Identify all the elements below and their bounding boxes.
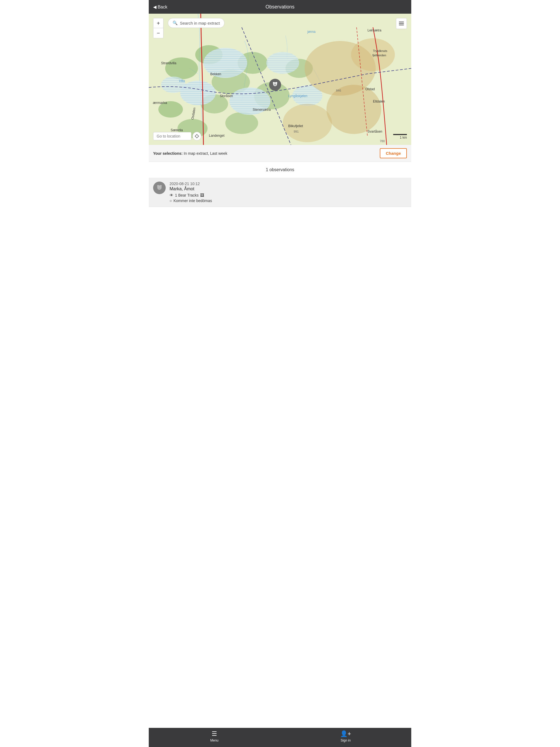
- map-background: 846 991 780 Strandvilla Bekken Villa Sto…: [149, 14, 411, 145]
- zoom-in-button[interactable]: +: [153, 18, 163, 28]
- go-to-location-area: [153, 132, 201, 140]
- back-button[interactable]: ◀ Back: [153, 4, 167, 9]
- scale-label: 1 km: [400, 136, 407, 139]
- layers-icon: [399, 21, 404, 27]
- svg-text:Landenget: Landenget: [209, 134, 225, 137]
- svg-point-54: [275, 85, 276, 85]
- go-to-input[interactable]: [153, 132, 192, 140]
- svg-text:Storåsen: Storåsen: [220, 94, 233, 98]
- svg-text:ærmarka: ærmarka: [153, 101, 167, 105]
- svg-rect-47: [399, 25, 404, 25]
- svg-text:780: 780: [380, 139, 385, 143]
- svg-text:Sæterlia: Sæterlia: [171, 128, 183, 132]
- tracks-label: 1 Bear Tracks: [175, 193, 199, 198]
- svg-text:Solheim: Solheim: [223, 145, 234, 145]
- svg-text:846: 846: [336, 89, 341, 92]
- svg-point-61: [157, 185, 159, 187]
- observation-body: 2020-08-21 10:12 Marka, Åmot 👁 1 Bear Tr…: [170, 182, 407, 203]
- svg-text:Villa: Villa: [179, 79, 185, 83]
- svg-point-51: [274, 83, 276, 86]
- svg-point-16: [266, 52, 299, 74]
- page-title: Observations: [265, 4, 295, 10]
- observation-location: Marka, Åmot: [170, 186, 407, 191]
- svg-point-21: [283, 104, 332, 142]
- scale-bar: [393, 134, 407, 135]
- layers-button[interactable]: [396, 18, 407, 29]
- header: ◀ Back Observations: [149, 0, 411, 14]
- zoom-out-button[interactable]: −: [153, 28, 163, 38]
- svg-point-65: [159, 188, 160, 189]
- bear-icon: [272, 81, 279, 88]
- map-search-button[interactable]: 🔍 Search in map extract: [168, 18, 225, 28]
- svg-text:Leirsætra: Leirsætra: [367, 28, 381, 32]
- observation-card[interactable]: 2020-08-21 10:12 Marka, Åmot 👁 1 Bear Tr…: [149, 178, 411, 207]
- bear-avatar-icon: [156, 184, 163, 192]
- image-icon: 🖼: [200, 193, 204, 198]
- svg-point-55: [196, 135, 198, 137]
- observation-tracks: 👁 1 Bear Tracks 🖼: [170, 193, 407, 198]
- circle-icon: ○: [170, 199, 172, 203]
- observation-datetime: 2020-08-21 10:12: [170, 182, 407, 186]
- eye-icon: 👁: [170, 193, 173, 198]
- svg-text:Lyngåskjølen: Lyngåskjølen: [288, 94, 307, 98]
- svg-text:991: 991: [294, 130, 299, 133]
- selections-text: Your selections: In map extract, Last we…: [153, 151, 227, 156]
- selections-label: Your selections:: [153, 151, 183, 156]
- svg-point-1: [165, 57, 198, 79]
- svg-point-20: [327, 85, 381, 134]
- map-scale: 1 km: [393, 134, 407, 139]
- map-container: 846 991 780 Strandvilla Bekken Villa Sto…: [149, 14, 411, 145]
- svg-point-13: [203, 48, 247, 78]
- selections-values: In map extract, Last week: [184, 151, 228, 156]
- svg-text:Stenersætra: Stenersætra: [253, 108, 271, 111]
- main-content: 846 991 780 Strandvilla Bekken Villa Sto…: [149, 14, 411, 229]
- map-search-area: 🔍 Search in map extract: [168, 18, 392, 28]
- svg-text:jønna: jønna: [307, 30, 315, 34]
- svg-text:Trysilknuts: Trysilknuts: [373, 49, 387, 52]
- svg-point-52: [274, 84, 275, 85]
- svg-point-62: [160, 185, 162, 187]
- svg-text:fjellverden: fjellverden: [373, 54, 386, 57]
- svg-text:Strandvilla: Strandvilla: [161, 61, 176, 65]
- svg-point-53: [275, 84, 276, 85]
- svg-point-9: [225, 112, 258, 134]
- svg-text:Blikufjellet: Blikufjellet: [288, 124, 303, 128]
- map-marker[interactable]: [269, 79, 281, 91]
- selections-bar: Your selections: In map extract, Last we…: [149, 145, 411, 162]
- observations-count: 1 observations: [149, 162, 411, 178]
- location-button[interactable]: [193, 132, 201, 140]
- observation-details: 👁 1 Bear Tracks 🖼 ○ Kommer inte bedömas: [170, 193, 407, 203]
- svg-text:Olstad: Olstad: [365, 87, 375, 91]
- search-icon: 🔍: [173, 21, 178, 25]
- crosshair-icon: [195, 134, 199, 138]
- svg-rect-45: [399, 22, 404, 22]
- svg-text:Eltdalen: Eltdalen: [373, 100, 385, 103]
- observation-status: ○ Kommer inte bedömas: [170, 199, 407, 203]
- change-button[interactable]: Change: [380, 148, 407, 158]
- status-label: Kommer inte bedömas: [173, 199, 212, 203]
- svg-text:Bekken: Bekken: [210, 72, 221, 76]
- svg-text:Svartåsen: Svartåsen: [367, 130, 382, 133]
- observation-avatar: [153, 182, 166, 194]
- svg-rect-46: [399, 23, 404, 24]
- zoom-controls: + −: [153, 18, 163, 38]
- map-search-label: Search in map extract: [180, 21, 220, 25]
